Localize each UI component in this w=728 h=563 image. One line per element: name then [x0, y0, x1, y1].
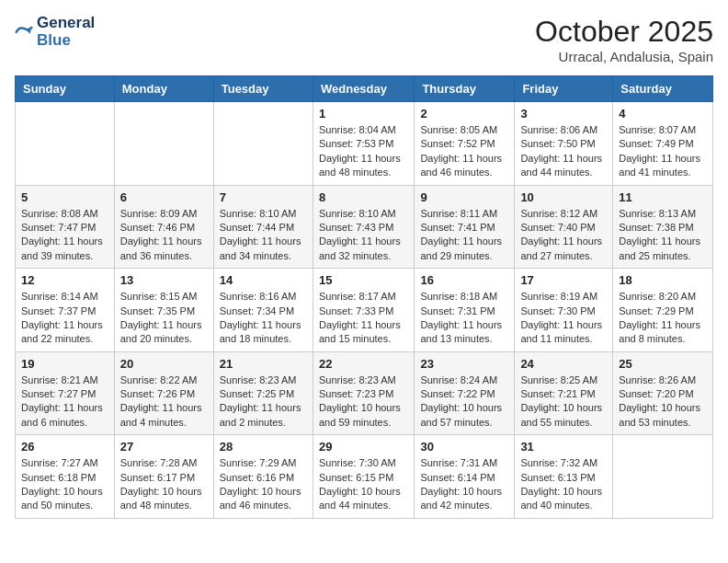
calendar-cell [613, 435, 713, 519]
calendar-cell: 23Sunrise: 8:24 AM Sunset: 7:22 PM Dayli… [415, 351, 515, 435]
location-subtitle: Urracal, Andalusia, Spain [535, 49, 713, 64]
calendar-cell: 18Sunrise: 8:20 AM Sunset: 7:29 PM Dayli… [613, 269, 713, 352]
day-number: 20 [120, 357, 208, 371]
calendar-cell: 21Sunrise: 8:23 AM Sunset: 7:25 PM Dayli… [213, 351, 313, 435]
day-info: Sunrise: 8:10 AM Sunset: 7:44 PM Dayligh… [220, 207, 307, 264]
calendar-cell: 30Sunrise: 7:31 AM Sunset: 6:14 PM Dayli… [415, 435, 515, 519]
day-number: 27 [120, 440, 208, 454]
logo-icon [15, 23, 33, 41]
day-info: Sunrise: 8:24 AM Sunset: 7:22 PM Dayligh… [420, 373, 508, 431]
day-number: 12 [21, 273, 108, 287]
logo-text: General Blue [37, 15, 95, 49]
calendar-week-3: 12Sunrise: 8:14 AM Sunset: 7:37 PM Dayli… [16, 269, 713, 352]
day-number: 1 [319, 107, 408, 121]
day-number: 9 [420, 190, 508, 204]
day-info: Sunrise: 7:30 AM Sunset: 6:15 PM Dayligh… [319, 456, 408, 513]
day-number: 6 [120, 190, 208, 204]
day-number: 26 [21, 440, 108, 454]
calendar-cell [213, 102, 313, 186]
calendar-cell: 2Sunrise: 8:05 AM Sunset: 7:52 PM Daylig… [415, 102, 515, 186]
calendar-cell: 8Sunrise: 8:10 AM Sunset: 7:43 PM Daylig… [313, 185, 414, 269]
day-number: 5 [21, 190, 108, 204]
calendar-cell: 7Sunrise: 8:10 AM Sunset: 7:44 PM Daylig… [213, 185, 313, 269]
day-number: 28 [220, 440, 307, 454]
calendar-cell: 1Sunrise: 8:04 AM Sunset: 7:53 PM Daylig… [313, 102, 414, 186]
calendar-cell: 9Sunrise: 8:11 AM Sunset: 7:41 PM Daylig… [415, 185, 515, 269]
day-info: Sunrise: 7:27 AM Sunset: 6:18 PM Dayligh… [21, 456, 108, 513]
calendar-cell: 27Sunrise: 7:28 AM Sunset: 6:17 PM Dayli… [114, 435, 213, 519]
day-info: Sunrise: 8:21 AM Sunset: 7:27 PM Dayligh… [21, 373, 108, 431]
day-info: Sunrise: 8:13 AM Sunset: 7:38 PM Dayligh… [619, 207, 707, 264]
day-info: Sunrise: 8:07 AM Sunset: 7:49 PM Dayligh… [619, 123, 707, 180]
day-number: 21 [220, 357, 307, 371]
day-number: 25 [619, 357, 707, 371]
calendar-cell: 12Sunrise: 8:14 AM Sunset: 7:37 PM Dayli… [16, 269, 115, 352]
day-info: Sunrise: 8:17 AM Sunset: 7:33 PM Dayligh… [319, 290, 408, 347]
day-info: Sunrise: 8:10 AM Sunset: 7:43 PM Dayligh… [319, 207, 408, 264]
calendar-cell: 28Sunrise: 7:29 AM Sunset: 6:16 PM Dayli… [213, 435, 313, 519]
weekday-header-friday: Friday [515, 76, 613, 102]
day-number: 13 [120, 273, 208, 287]
day-number: 18 [619, 273, 707, 287]
calendar-week-1: 1Sunrise: 8:04 AM Sunset: 7:53 PM Daylig… [16, 102, 713, 186]
day-number: 2 [420, 107, 508, 121]
day-number: 22 [319, 357, 408, 371]
weekday-header-wednesday: Wednesday [313, 76, 414, 102]
weekday-header-saturday: Saturday [613, 76, 713, 102]
calendar-cell: 22Sunrise: 8:23 AM Sunset: 7:23 PM Dayli… [313, 351, 414, 435]
day-info: Sunrise: 8:09 AM Sunset: 7:46 PM Dayligh… [120, 207, 208, 264]
calendar-cell: 31Sunrise: 7:32 AM Sunset: 6:13 PM Dayli… [515, 435, 613, 519]
day-number: 29 [319, 440, 408, 454]
day-info: Sunrise: 8:23 AM Sunset: 7:23 PM Dayligh… [319, 373, 408, 431]
day-number: 23 [420, 357, 508, 371]
day-info: Sunrise: 7:28 AM Sunset: 6:17 PM Dayligh… [120, 456, 208, 513]
calendar-cell: 14Sunrise: 8:16 AM Sunset: 7:34 PM Dayli… [213, 269, 313, 352]
calendar-cell: 16Sunrise: 8:18 AM Sunset: 7:31 PM Dayli… [415, 269, 515, 352]
weekday-header-tuesday: Tuesday [213, 76, 313, 102]
calendar-cell: 15Sunrise: 8:17 AM Sunset: 7:33 PM Dayli… [313, 269, 414, 352]
calendar-cell [16, 102, 115, 186]
calendar-cell: 29Sunrise: 7:30 AM Sunset: 6:15 PM Dayli… [313, 435, 414, 519]
day-number: 3 [520, 107, 607, 121]
day-number: 8 [319, 190, 408, 204]
day-number: 19 [21, 357, 108, 371]
day-info: Sunrise: 8:16 AM Sunset: 7:34 PM Dayligh… [220, 290, 307, 347]
day-info: Sunrise: 8:11 AM Sunset: 7:41 PM Dayligh… [420, 207, 508, 264]
calendar-week-5: 26Sunrise: 7:27 AM Sunset: 6:18 PM Dayli… [16, 435, 713, 519]
day-number: 30 [420, 440, 508, 454]
calendar-cell [114, 102, 213, 186]
day-info: Sunrise: 8:05 AM Sunset: 7:52 PM Dayligh… [420, 123, 508, 180]
calendar-week-4: 19Sunrise: 8:21 AM Sunset: 7:27 PM Dayli… [16, 351, 713, 435]
calendar-cell: 24Sunrise: 8:25 AM Sunset: 7:21 PM Dayli… [515, 351, 613, 435]
day-info: Sunrise: 8:04 AM Sunset: 7:53 PM Dayligh… [319, 123, 408, 180]
calendar-cell: 5Sunrise: 8:08 AM Sunset: 7:47 PM Daylig… [16, 185, 115, 269]
day-info: Sunrise: 8:26 AM Sunset: 7:20 PM Dayligh… [619, 373, 707, 431]
logo: General Blue [15, 15, 95, 49]
day-number: 24 [520, 357, 607, 371]
weekday-header-thursday: Thursday [415, 76, 515, 102]
day-number: 14 [220, 273, 307, 287]
day-info: Sunrise: 8:23 AM Sunset: 7:25 PM Dayligh… [220, 373, 307, 431]
day-info: Sunrise: 8:08 AM Sunset: 7:47 PM Dayligh… [21, 207, 108, 264]
day-number: 17 [520, 273, 607, 287]
calendar-cell: 4Sunrise: 8:07 AM Sunset: 7:49 PM Daylig… [613, 102, 713, 186]
day-info: Sunrise: 7:31 AM Sunset: 6:14 PM Dayligh… [420, 456, 508, 513]
weekday-header-row: SundayMondayTuesdayWednesdayThursdayFrid… [16, 76, 713, 102]
day-number: 31 [520, 440, 607, 454]
day-info: Sunrise: 8:20 AM Sunset: 7:29 PM Dayligh… [619, 290, 707, 347]
calendar-cell: 3Sunrise: 8:06 AM Sunset: 7:50 PM Daylig… [515, 102, 613, 186]
day-number: 4 [619, 107, 707, 121]
weekday-header-sunday: Sunday [16, 76, 115, 102]
day-number: 16 [420, 273, 508, 287]
calendar-cell: 20Sunrise: 8:22 AM Sunset: 7:26 PM Dayli… [114, 351, 213, 435]
day-number: 10 [520, 190, 607, 204]
title-area: October 2025 Urracal, Andalusia, Spain [535, 15, 713, 64]
day-info: Sunrise: 7:32 AM Sunset: 6:13 PM Dayligh… [520, 456, 607, 513]
calendar-cell: 17Sunrise: 8:19 AM Sunset: 7:30 PM Dayli… [515, 269, 613, 352]
day-number: 15 [319, 273, 408, 287]
calendar-cell: 25Sunrise: 8:26 AM Sunset: 7:20 PM Dayli… [613, 351, 713, 435]
calendar-cell: 10Sunrise: 8:12 AM Sunset: 7:40 PM Dayli… [515, 185, 613, 269]
month-year-title: October 2025 [535, 15, 713, 49]
calendar-cell: 26Sunrise: 7:27 AM Sunset: 6:18 PM Dayli… [16, 435, 115, 519]
calendar-cell: 19Sunrise: 8:21 AM Sunset: 7:27 PM Dayli… [16, 351, 115, 435]
